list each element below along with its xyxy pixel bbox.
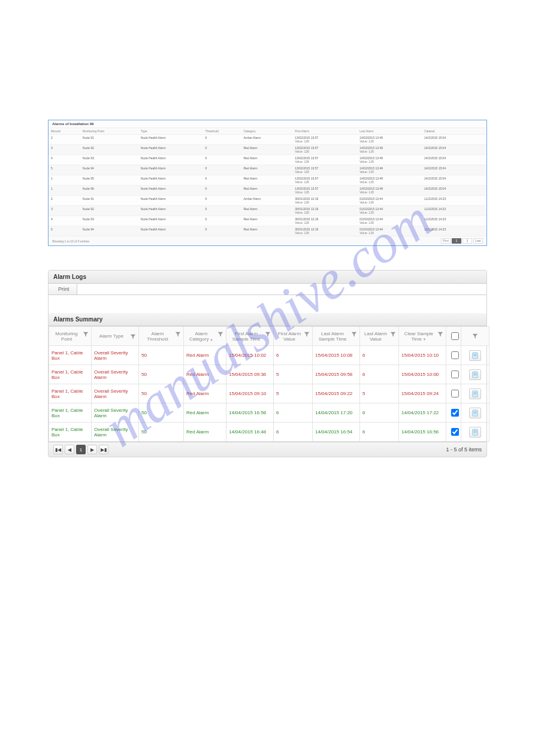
print-button[interactable]: Print	[49, 284, 77, 294]
installation-row[interactable]: 3Node 92Node Health Alarm0Red Alarm13/02…	[49, 145, 486, 155]
cell-category: Amber Alarm	[241, 135, 292, 145]
row-checkbox[interactable]	[451, 371, 459, 378]
installation-col-header[interactable]: Category	[241, 128, 292, 135]
cell-cleared: 11/2/2015 14:23	[422, 206, 486, 216]
col-last-alarm-time[interactable]: Last Alarm Sample Time	[315, 331, 350, 342]
installation-row[interactable]: 5Node 94Node Health Alarm0Red Alarm30/01…	[49, 226, 486, 236]
cell-record: 3	[49, 206, 80, 216]
cell-last-time: 14/04/2015 17:20	[313, 403, 360, 423]
installation-col-header[interactable]: Last Alarm	[357, 128, 422, 135]
pager-next[interactable]: ▶	[87, 445, 97, 454]
filter-icon[interactable]	[175, 331, 181, 337]
pager-first[interactable]: First	[441, 238, 451, 244]
summary-row[interactable]: Panel 1, Cable BoxOverall Severity Alarm…	[49, 365, 489, 384]
installation-row[interactable]: 2Node 91Node Health Alarm0Amber Alarm30/…	[49, 196, 486, 206]
pager-prev[interactable]: ◀	[65, 445, 74, 454]
filter-icon[interactable]	[351, 331, 357, 337]
installation-col-header[interactable]: Cleared	[422, 128, 486, 135]
cell-first-value: 6	[274, 423, 313, 442]
svg-rect-7	[473, 372, 477, 378]
cell-category: Red Alarm	[241, 216, 292, 226]
installation-row[interactable]: 4Node 93Node Health Alarm0Red Alarm30/01…	[49, 216, 486, 226]
cell-first-alarm: 13/02/2015 13:57Value: 128	[292, 175, 357, 186]
detail-button[interactable]	[469, 369, 481, 380]
header-checkbox[interactable]	[451, 332, 459, 340]
installation-panel-title: Alarms of Installation 09	[49, 120, 486, 127]
installation-col-header[interactable]: Record	[49, 128, 80, 135]
cell-record: 4	[49, 155, 80, 165]
installation-row[interactable]: 2Node 91Node Health Alarm0Amber Alarm13/…	[49, 135, 486, 145]
installation-col-header[interactable]: Threshold	[203, 128, 241, 135]
cell-first-alarm: 30/01/2015 12:19Value: 128	[292, 216, 357, 226]
cell-threshold: 0	[203, 216, 241, 226]
installation-row[interactable]: 5Node 94Node Health Alarm0Red Alarm13/02…	[49, 165, 486, 175]
cell-category: Red Alarm	[241, 155, 292, 165]
filter-icon[interactable]	[390, 331, 396, 337]
col-alarm-threshold[interactable]: Alarm Threshold	[141, 331, 174, 342]
cell-type: Node Health Alarm	[138, 226, 203, 236]
installation-col-header[interactable]: First Alarm	[292, 128, 357, 135]
installation-row[interactable]: 1Node 95Node Health Alarm0Red Alarm13/02…	[49, 175, 486, 186]
cell-last-alarm: 14/02/2015 13:49Value: 128	[357, 145, 422, 155]
col-clear-sample-time[interactable]: Clear Sample Time	[404, 331, 433, 342]
cell-last-value: 5	[360, 384, 399, 403]
cell-alarm-type: Overall Severity Alarm	[92, 403, 139, 423]
installation-row[interactable]: 1Node 96Node Health Alarm0Red Alarm13/02…	[49, 186, 486, 196]
filter-icon[interactable]	[217, 331, 223, 337]
filter-icon[interactable]	[304, 331, 310, 337]
cell-record: 5	[49, 226, 80, 236]
summary-row[interactable]: Panel 1, Cable BoxOverall Severity Alarm…	[49, 346, 489, 365]
installation-alarms-panel: Alarms of Installation 09 RecordMonitori…	[48, 120, 487, 246]
filter-icon[interactable]	[265, 331, 271, 337]
pager-last[interactable]: Last	[473, 238, 483, 244]
filter-icon[interactable]	[437, 331, 443, 337]
cell-threshold: 0	[203, 226, 241, 236]
pager-current[interactable]: 1	[76, 445, 86, 454]
detail-button[interactable]	[469, 388, 481, 399]
cell-record: 2	[49, 196, 80, 206]
summary-row[interactable]: Panel 1, Cable BoxOverall Severity Alarm…	[49, 423, 489, 442]
pager-page-2[interactable]: 2	[463, 238, 472, 244]
summary-row[interactable]: Panel 1, Cable BoxOverall Severity Alarm…	[49, 403, 489, 423]
col-monitoring-point[interactable]: Monitoring Point	[52, 331, 81, 342]
installation-pager: First 1 2 Last	[441, 238, 483, 244]
col-first-alarm-value[interactable]: First Alarm Value	[276, 331, 303, 342]
pager-first[interactable]: ▮◀	[53, 445, 63, 454]
cell-monitoring-point: Node 96	[80, 186, 138, 196]
summary-row[interactable]: Panel 1, Cable BoxOverall Severity Alarm…	[49, 384, 489, 403]
col-alarm-type[interactable]: Alarm Type	[94, 333, 129, 339]
cell-type: Node Health Alarm	[138, 155, 203, 165]
installation-row[interactable]: 3Node 92Node Health Alarm0Red Alarm30/01…	[49, 206, 486, 216]
cell-cleared: 14/2/2015 15:04	[422, 186, 486, 196]
cell-category: Red Alarm	[241, 186, 292, 196]
detail-button[interactable]	[469, 350, 481, 361]
row-checkbox[interactable]	[451, 351, 459, 359]
cell-threshold: 0	[203, 145, 241, 155]
filter-icon[interactable]	[130, 333, 136, 339]
cell-monitoring-point: Panel 1, Cable Box	[49, 423, 92, 442]
cell-alarm-type: Overall Severity Alarm	[92, 384, 139, 403]
cell-first-alarm: 13/02/2015 13:57Value: 128	[292, 186, 357, 196]
sort-asc-icon: ▲	[208, 338, 213, 341]
row-checkbox[interactable]	[451, 428, 459, 436]
col-last-alarm-value[interactable]: Last Alarm Value	[362, 331, 389, 342]
detail-button[interactable]	[469, 408, 481, 418]
pager-page-1[interactable]: 1	[452, 238, 461, 244]
cell-monitoring-point: Panel 1, Cable Box	[49, 384, 92, 403]
col-first-alarm-time[interactable]: First Alarm Sample Time	[229, 331, 264, 342]
filter-icon[interactable]	[472, 333, 478, 339]
installation-col-header[interactable]: Type	[138, 128, 203, 135]
row-checkbox[interactable]	[451, 409, 459, 417]
cell-last-time: 14/04/2015 16:54	[313, 423, 360, 442]
detail-button[interactable]	[469, 427, 481, 438]
col-alarm-category[interactable]: Alarm Category	[189, 331, 208, 342]
cell-last-value: 6	[360, 346, 399, 365]
cell-category: Red Alarm	[241, 206, 292, 216]
cell-threshold: 0	[203, 175, 241, 186]
installation-row[interactable]: 4Node 93Node Health Alarm0Red Alarm13/02…	[49, 155, 486, 165]
pager-last[interactable]: ▶▮	[99, 445, 108, 454]
cell-record: 1	[49, 175, 80, 186]
row-checkbox[interactable]	[451, 390, 459, 397]
installation-col-header[interactable]: Monitoring Point	[80, 128, 138, 135]
filter-icon[interactable]	[83, 331, 89, 337]
